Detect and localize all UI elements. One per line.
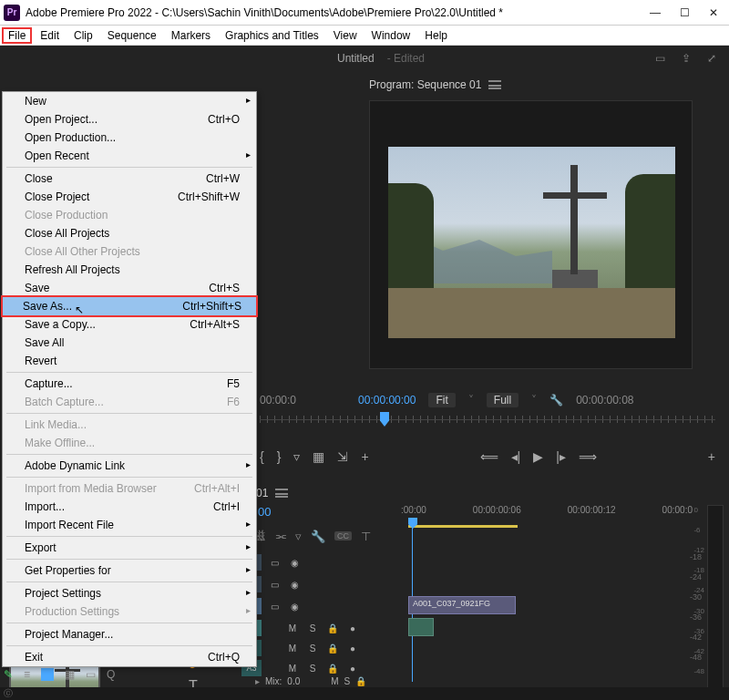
track-a1[interactable]: A1 M S 🔒 ● [241, 618, 360, 638]
button-editor[interactable]: + [361, 449, 368, 464]
voice-icon[interactable]: ● [345, 643, 360, 654]
button-editor-2[interactable]: + [708, 449, 715, 464]
fullscreen-icon[interactable]: ⤢ [707, 52, 716, 65]
link-icon[interactable]: ⫘ [274, 530, 286, 543]
eye-icon[interactable]: ◉ [287, 602, 302, 612]
work-area-bar[interactable] [408, 525, 518, 528]
lock-icon[interactable]: 🔒 [325, 643, 340, 654]
menu-item-refresh-all-projects[interactable]: Refresh All Projects [3, 261, 256, 279]
menu-item-project-settings[interactable]: Project Settings [3, 584, 256, 602]
playhead-icon[interactable] [380, 412, 389, 427]
mute-button[interactable]: M [285, 643, 300, 654]
close-button[interactable]: ✕ [707, 6, 720, 19]
menu-item-project-manager[interactable]: Project Manager... [3, 625, 256, 643]
menu-item-import[interactable]: Import...Ctrl+I [3, 498, 256, 516]
menu-help[interactable]: Help [418, 27, 454, 44]
menu-item-label: Close All Projects [25, 227, 109, 240]
track-a2[interactable]: A2 M S 🔒 ● [241, 638, 360, 658]
menu-clip[interactable]: Clip [67, 27, 99, 44]
menu-view[interactable]: View [327, 27, 364, 44]
menu-item-get-properties-for[interactable]: Get Properties for [3, 561, 256, 580]
workspace-name[interactable]: Untitled [337, 52, 375, 65]
timeline-menu-icon[interactable] [275, 489, 288, 498]
toggle-output-icon[interactable]: ▭ [267, 558, 282, 568]
menu-window[interactable]: Window [365, 27, 417, 44]
sort-icon[interactable]: ▭ [86, 668, 96, 681]
marker-icon[interactable]: ▿ [295, 530, 302, 543]
toggle-output-icon[interactable]: ▭ [267, 602, 282, 612]
mute-button[interactable]: M [285, 664, 300, 674]
solo-button[interactable]: S [305, 643, 320, 654]
zoom-fit-select[interactable]: Fit [428, 393, 455, 407]
menu-graphics[interactable]: Graphics and Titles [219, 27, 325, 44]
voice-icon[interactable]: ● [345, 623, 360, 633]
mute-button[interactable]: M [331, 676, 338, 686]
lock-icon[interactable]: 🔒 [325, 664, 340, 674]
current-timecode[interactable]: 00:00:00:00 [358, 394, 416, 407]
settings-icon[interactable]: 🔧 [549, 394, 563, 407]
menu-item-import-recent-file[interactable]: Import Recent File [3, 516, 256, 534]
eye-icon[interactable]: ◉ [287, 580, 302, 590]
menu-item-open-project[interactable]: Open Project...Ctrl+O [3, 110, 256, 129]
play-button[interactable]: ▶ [533, 449, 543, 464]
go-next-button[interactable]: ⟹ [579, 449, 597, 464]
solo-button[interactable]: S [305, 664, 320, 674]
menu-item-new[interactable]: New [3, 92, 256, 110]
search-icon[interactable]: Q [107, 668, 115, 681]
mute-button[interactable]: M [285, 623, 300, 633]
menu-item-adobe-dynamic-link[interactable]: Adobe Dynamic Link [3, 457, 256, 475]
menu-item-save-as[interactable]: Save As...Ctrl+Shift+S [1, 295, 258, 317]
resolution-select[interactable]: Full [487, 393, 519, 407]
timeline-ruler[interactable]: :00:00 00:00:00:06 00:00:00:12 00:00:0 [401, 505, 693, 525]
new-item-icon[interactable]: ✎ [4, 668, 13, 681]
multicam-button[interactable]: ▦ [313, 449, 324, 464]
lock-icon[interactable]: 🔒 [355, 676, 366, 686]
eye-icon[interactable]: ◉ [287, 558, 302, 568]
minimize-button[interactable]: — [649, 6, 662, 19]
toggle-output-icon[interactable]: ▭ [267, 580, 282, 590]
wrench-icon[interactable]: 🔧 [311, 530, 325, 543]
menu-item-capture[interactable]: Capture...F5 [3, 375, 256, 393]
menu-item-close[interactable]: CloseCtrl+W [3, 170, 256, 188]
menu-item-export[interactable]: Export [3, 539, 256, 557]
add-marker-button[interactable]: ▿ [293, 449, 300, 464]
menu-markers[interactable]: Markers [165, 27, 217, 44]
menu-item-open-production[interactable]: Open Production... [3, 129, 256, 147]
panel-menu-icon[interactable] [488, 80, 501, 89]
solo-button[interactable]: S [344, 676, 351, 686]
menu-item-close-all-projects[interactable]: Close All Projects [3, 224, 256, 242]
step-back-button[interactable]: ◂| [511, 449, 521, 464]
text-icon[interactable]: ⊤ [361, 530, 371, 543]
menu-item-save[interactable]: SaveCtrl+S [3, 279, 256, 297]
lock-icon[interactable]: 🔒 [325, 623, 340, 633]
program-monitor[interactable] [369, 100, 693, 369]
cc-icon[interactable]: ⓒ [4, 687, 13, 700]
step-fwd-button[interactable]: |▸ [556, 449, 566, 464]
menu-file[interactable]: File [2, 27, 32, 44]
maximize-button[interactable]: ☐ [678, 6, 691, 19]
mark-out-button[interactable]: } [277, 449, 282, 464]
menu-sequence[interactable]: Sequence [101, 27, 163, 44]
mark-in-button[interactable]: { [260, 449, 264, 464]
export-frame-button[interactable]: ⇲ [337, 449, 348, 464]
menu-edit[interactable]: Edit [34, 27, 66, 44]
menu-item-save-all[interactable]: Save All [3, 334, 256, 352]
icon-view-icon[interactable] [41, 668, 54, 681]
freeform-view-icon[interactable]: ▦ [65, 668, 75, 681]
menu-item-open-recent[interactable]: Open Recent [3, 147, 256, 165]
menu-item-revert[interactable]: Revert [3, 352, 256, 370]
go-prev-button[interactable]: ⟸ [480, 449, 498, 464]
menu-item-close-project[interactable]: Close ProjectCtrl+Shift+W [3, 188, 256, 206]
menu-item-exit[interactable]: ExitCtrl+Q [3, 648, 256, 666]
menu-item-save-a-copy[interactable]: Save a Copy...Ctrl+Alt+S [3, 315, 256, 334]
list-view-icon[interactable]: ≡ [24, 668, 30, 681]
share-icon[interactable]: ⇪ [682, 52, 691, 65]
audio-clip[interactable] [408, 618, 434, 636]
workspace-layout-icon[interactable]: ▭ [655, 52, 665, 65]
scrub-bar[interactable] [260, 408, 715, 434]
video-clip[interactable]: A001_C037_0921FG [408, 596, 516, 614]
cc-icon[interactable]: CC [334, 531, 352, 540]
track-a3[interactable]: A3 M S 🔒 ● [241, 658, 360, 678]
voice-icon[interactable]: ● [345, 664, 360, 674]
solo-button[interactable]: S [305, 623, 320, 633]
